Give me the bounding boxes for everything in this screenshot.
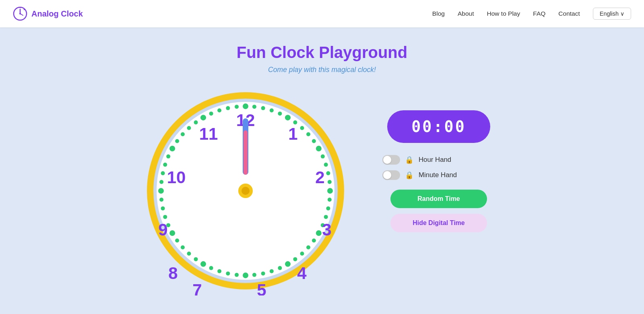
svg-point-22 <box>328 180 332 184</box>
svg-text:11: 11 <box>199 124 218 143</box>
svg-point-38 <box>243 273 248 278</box>
svg-point-17 <box>312 139 316 143</box>
svg-text:9: 9 <box>158 220 167 239</box>
content-row: 12 1 2 3 4 5 7 8 9 10 <box>0 86 644 295</box>
svg-point-43 <box>200 261 206 267</box>
svg-point-55 <box>161 171 165 175</box>
svg-point-28 <box>316 230 322 236</box>
page-title: Fun Clock Playground <box>237 43 407 62</box>
logo-icon <box>13 6 27 21</box>
nav-faq[interactable]: FAQ <box>533 10 545 17</box>
svg-point-4 <box>20 7 21 8</box>
svg-point-47 <box>175 238 179 242</box>
svg-point-62 <box>194 120 198 124</box>
svg-point-51 <box>161 207 165 211</box>
svg-point-36 <box>261 271 265 275</box>
svg-point-52 <box>159 198 163 202</box>
svg-text:7: 7 <box>192 281 202 295</box>
nav-blog[interactable]: Blog <box>432 10 445 17</box>
svg-point-9 <box>252 105 256 109</box>
minute-hand-lock-icon: 🔒 <box>405 171 414 180</box>
svg-point-30 <box>306 246 310 250</box>
svg-text:2: 2 <box>315 168 324 187</box>
svg-point-64 <box>209 112 213 116</box>
svg-point-34 <box>278 266 282 270</box>
language-selector[interactable]: English ∨ <box>593 8 631 20</box>
svg-text:5: 5 <box>257 281 266 295</box>
svg-point-60 <box>181 132 185 136</box>
clock-face: 12 1 2 3 4 5 7 8 9 10 <box>141 86 350 295</box>
svg-point-48 <box>169 230 175 236</box>
svg-point-10 <box>261 106 265 110</box>
svg-point-45 <box>187 252 191 256</box>
svg-point-63 <box>200 115 206 120</box>
svg-point-21 <box>326 171 330 175</box>
svg-point-23 <box>327 188 333 194</box>
svg-point-67 <box>235 105 239 109</box>
svg-point-18 <box>316 146 322 151</box>
svg-text:8: 8 <box>168 264 178 283</box>
svg-point-58 <box>169 146 175 151</box>
svg-point-35 <box>270 269 274 273</box>
hour-hand-lock-icon: 🔒 <box>405 156 414 164</box>
svg-line-3 <box>20 14 23 15</box>
svg-point-31 <box>300 252 304 256</box>
svg-point-37 <box>252 273 256 277</box>
random-time-button[interactable]: Random Time <box>390 190 487 208</box>
logo-text: Analog Clock <box>31 9 83 19</box>
header: Analog Clock Blog About How to Play FAQ … <box>0 0 644 27</box>
minute-hand-label: Minute Hand <box>419 171 457 179</box>
svg-text:10: 10 <box>167 168 186 187</box>
svg-point-26 <box>324 215 328 219</box>
svg-text:3: 3 <box>322 220 331 239</box>
svg-point-14 <box>293 120 297 124</box>
main-content: Fun Clock Playground Come play with this… <box>0 27 644 314</box>
svg-point-24 <box>328 198 332 202</box>
svg-point-19 <box>321 155 325 159</box>
svg-point-54 <box>159 180 163 184</box>
time-display: 00:00 <box>387 110 490 143</box>
clock-wrapper: 12 1 2 3 4 5 7 8 9 10 <box>141 86 350 295</box>
svg-point-83 <box>242 187 250 195</box>
svg-point-65 <box>217 108 221 112</box>
hide-digital-time-button[interactable]: Hide Digital Time <box>390 214 487 232</box>
svg-point-50 <box>163 215 167 219</box>
svg-text:1: 1 <box>288 124 297 143</box>
hour-hand-row: 🔒 Hour Hand <box>374 155 503 165</box>
svg-point-25 <box>326 207 330 211</box>
svg-point-40 <box>226 271 230 275</box>
svg-point-16 <box>306 132 310 136</box>
svg-point-15 <box>300 126 304 130</box>
nav: Blog About How to Play FAQ Contact Engli… <box>432 8 631 20</box>
svg-point-53 <box>158 188 164 194</box>
hour-hand-toggle[interactable] <box>382 155 400 165</box>
svg-point-46 <box>181 246 185 250</box>
svg-point-56 <box>163 163 167 167</box>
svg-point-12 <box>278 112 282 116</box>
svg-point-61 <box>187 126 191 130</box>
svg-point-41 <box>217 269 221 273</box>
minute-hand-row: 🔒 Minute Hand <box>374 170 503 180</box>
minute-hand-toggle[interactable] <box>382 170 400 180</box>
svg-point-13 <box>285 115 291 120</box>
svg-point-8 <box>243 103 248 109</box>
nav-how-to-play[interactable]: How to Play <box>487 10 520 17</box>
svg-point-59 <box>175 139 179 143</box>
svg-rect-81 <box>244 130 248 175</box>
page-subtitle: Come play with this magical clock! <box>268 66 376 74</box>
svg-point-20 <box>324 163 328 167</box>
svg-point-29 <box>312 238 316 242</box>
svg-text:4: 4 <box>297 264 307 283</box>
nav-about[interactable]: About <box>458 10 474 17</box>
controls-panel: 00:00 🔒 Hour Hand 🔒 Minute Hand Random T… <box>374 86 503 232</box>
svg-point-66 <box>226 106 230 110</box>
svg-point-5 <box>24 9 25 10</box>
svg-point-33 <box>285 261 291 267</box>
logo: Analog Clock <box>13 6 83 21</box>
svg-point-39 <box>235 273 239 277</box>
svg-point-42 <box>209 266 213 270</box>
svg-point-32 <box>293 257 297 261</box>
nav-contact[interactable]: Contact <box>558 10 580 17</box>
hour-hand-label: Hour Hand <box>419 156 451 164</box>
svg-point-57 <box>166 155 170 159</box>
